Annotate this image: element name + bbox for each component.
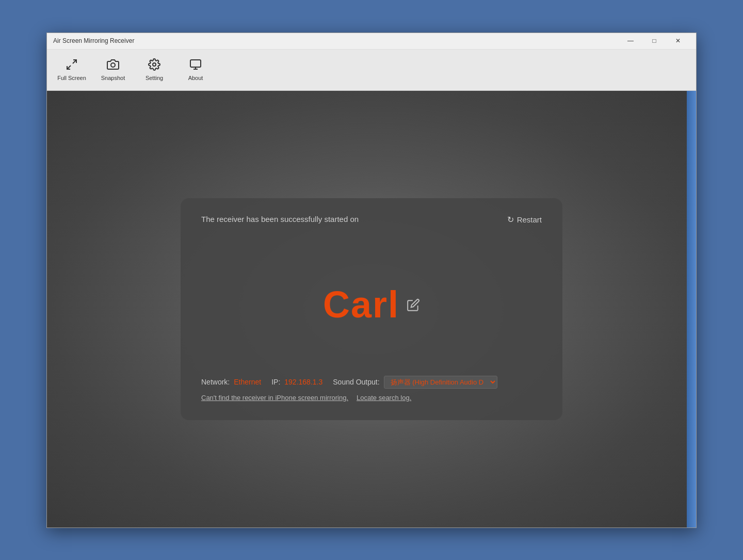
svg-point-3 — [153, 63, 156, 66]
ip-value: 192.168.1.3 — [284, 378, 322, 386]
svg-point-2 — [111, 63, 115, 67]
window-controls: — □ ✕ — [619, 33, 690, 49]
fullscreen-label: Full Screen — [57, 75, 86, 81]
restart-icon: ↻ — [507, 215, 514, 225]
toolbar-setting[interactable]: Setting — [134, 51, 175, 88]
monitor-icon — [189, 58, 202, 73]
ip-label: IP: — [271, 378, 280, 386]
device-name-area: Carl — [201, 229, 542, 376]
svg-line-1 — [67, 66, 71, 69]
app-window: Air Screen Mirroring Receiver — □ ✕ Full… — [46, 33, 697, 528]
svg-line-0 — [73, 60, 76, 63]
sound-label: Sound Output: — [333, 378, 379, 386]
toolbar: Full Screen Snapshot Setting — [47, 50, 696, 91]
sound-output-select[interactable]: 扬声器 (High Definition Audio D — [384, 376, 497, 389]
edit-icon[interactable] — [407, 298, 420, 315]
info-card: The receiver has been successfully start… — [181, 198, 562, 420]
main-content: The receiver has been successfully start… — [47, 91, 696, 527]
toolbar-fullscreen[interactable]: Full Screen — [51, 51, 92, 88]
receiver-status: The receiver has been successfully start… — [201, 215, 359, 223]
card-bottom: Network: Ethernet IP: 192.168.1.3 Sound … — [201, 376, 542, 402]
device-name: Carl — [323, 283, 399, 326]
card-top-row: The receiver has been successfully start… — [201, 215, 542, 225]
network-row: Network: Ethernet IP: 192.168.1.3 Sound … — [201, 376, 542, 389]
network-value: Ethernet — [234, 378, 261, 386]
maximize-button[interactable]: □ — [642, 33, 666, 49]
gear-icon — [148, 58, 160, 73]
setting-label: Setting — [146, 75, 163, 81]
help-row: Can't find the receiver in iPhone screen… — [201, 394, 542, 402]
toolbar-about[interactable]: About — [175, 51, 216, 88]
close-button[interactable]: ✕ — [666, 33, 690, 49]
minimize-button[interactable]: — — [619, 33, 642, 49]
fullscreen-icon — [66, 58, 78, 73]
about-label: About — [188, 75, 203, 81]
restart-label: Restart — [517, 215, 542, 224]
help-link[interactable]: Can't find the receiver in iPhone screen… — [201, 394, 348, 402]
toolbar-snapshot[interactable]: Snapshot — [92, 51, 134, 88]
restart-button[interactable]: ↻ Restart — [507, 215, 542, 225]
locate-link[interactable]: Locate search log. — [357, 394, 411, 402]
camera-icon — [107, 58, 119, 73]
title-bar: Air Screen Mirroring Receiver — □ ✕ — [47, 33, 696, 50]
svg-rect-4 — [190, 60, 201, 67]
network-label: Network: — [201, 378, 230, 386]
window-title: Air Screen Mirroring Receiver — [53, 37, 619, 44]
snapshot-label: Snapshot — [101, 75, 125, 81]
